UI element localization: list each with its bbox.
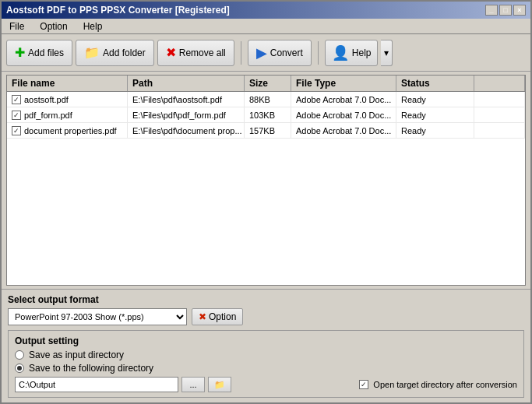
col-path: Path: [128, 76, 245, 91]
bottom-panel: Select output format PowerPoint 97-2003 …: [2, 289, 530, 402]
remove-all-label: Remove all: [179, 47, 226, 58]
title-bar-buttons: _ □ ×: [485, 5, 526, 16]
window-title: Aostsoft PDF to PPS PPSX Converter [Regi…: [6, 5, 230, 16]
folder-icon: 📁: [214, 380, 225, 390]
cell-filetype-2: Adobe Acrobat 7.0 Doc...: [291, 123, 396, 138]
output-setting-label: Output setting: [15, 335, 517, 346]
table-row[interactable]: document properties.pdf E:\Files\pdf\doc…: [7, 123, 525, 139]
title-bar: Aostsoft PDF to PPS PPSX Converter [Regi…: [2, 2, 530, 19]
col-filetype: File Type: [291, 76, 396, 91]
cell-extra-2: [474, 123, 525, 138]
main-window: Aostsoft PDF to PPS PPSX Converter [Regi…: [0, 0, 532, 404]
format-row: PowerPoint 97-2003 Show (*.pps) PowerPoi…: [8, 308, 524, 325]
menu-file[interactable]: File: [5, 19, 29, 33]
browse-btn-label: ...: [189, 380, 196, 389]
radio-save-input[interactable]: [15, 350, 24, 360]
output-format-label: Select output format: [8, 294, 524, 305]
close-button[interactable]: ×: [513, 5, 526, 16]
toolbar-separator-2: [318, 41, 319, 65]
add-folder-button[interactable]: 📁 Add folder: [76, 40, 154, 66]
format-select[interactable]: PowerPoint 97-2003 Show (*.pps) PowerPoi…: [8, 308, 187, 325]
radio-row-0: Save as input directory: [15, 350, 517, 360]
menu-bar: File Option Help: [2, 19, 530, 34]
file-table-header: File name Path Size File Type Status: [7, 76, 525, 92]
radio-save-following-label: Save to the following directory: [29, 363, 153, 374]
cell-status-2: Ready: [396, 123, 474, 138]
open-dir-label: Open target directory after conversion: [373, 380, 517, 389]
help-icon: 👤: [332, 44, 349, 61]
cell-filename-1: pdf_form.pdf: [7, 107, 128, 122]
cell-filetype-1: Adobe Acrobat 7.0 Doc...: [291, 107, 396, 122]
col-extra: [474, 76, 525, 91]
col-filename: File name: [7, 76, 128, 91]
cell-size-2: 157KB: [245, 123, 291, 138]
directory-input[interactable]: [15, 377, 178, 392]
option-icon: ✖: [199, 311, 206, 322]
file-table-body: aostsoft.pdf E:\Files\pdf\aostsoft.pdf 8…: [7, 92, 525, 285]
browse-button[interactable]: ...: [181, 377, 205, 392]
open-dir-checkbox-row: Open target directory after conversion: [359, 380, 517, 389]
cell-filename-0: aostsoft.pdf: [7, 92, 128, 107]
row-checkbox-0[interactable]: [12, 95, 21, 104]
add-folder-label: Add folder: [103, 47, 146, 58]
dir-row: ... 📁 Open target directory after conver…: [15, 377, 517, 392]
help-label: Help: [352, 47, 372, 58]
col-status: Status: [396, 76, 474, 91]
table-row[interactable]: pdf_form.pdf E:\Files\pdf\pdf_form.pdf 1…: [7, 107, 525, 123]
radio-save-input-dir-label: Save as input directory: [29, 350, 124, 360]
cell-path-0: E:\Files\pdf\aostsoft.pdf: [128, 92, 245, 107]
cell-status-1: Ready: [396, 107, 474, 122]
menu-option[interactable]: Option: [35, 19, 72, 33]
help-dropdown-button[interactable]: ▾: [381, 40, 393, 66]
open-dir-checkbox[interactable]: [359, 380, 368, 389]
add-files-icon: ✚: [15, 45, 25, 60]
radio-save-following-input[interactable]: [15, 364, 24, 373]
cell-path-2: E:\Files\pdf\document prop...: [128, 123, 245, 138]
table-row[interactable]: aostsoft.pdf E:\Files\pdf\aostsoft.pdf 8…: [7, 92, 525, 107]
cell-size-0: 88KB: [245, 92, 291, 107]
open-folder-button[interactable]: 📁: [208, 377, 231, 392]
cell-status-0: Ready: [396, 92, 474, 107]
add-files-button[interactable]: ✚ Add files: [6, 40, 72, 66]
cell-extra-1: [474, 107, 525, 122]
remove-all-button[interactable]: ✖ Remove all: [157, 40, 234, 66]
menu-help[interactable]: Help: [79, 19, 107, 33]
cell-size-1: 103KB: [245, 107, 291, 122]
col-size: Size: [245, 76, 291, 91]
minimize-button[interactable]: _: [485, 5, 498, 16]
row-checkbox-2[interactable]: [12, 126, 21, 135]
cell-extra-0: [474, 92, 525, 107]
maximize-button[interactable]: □: [499, 5, 512, 16]
output-section: Output setting Save as input directory S…: [8, 330, 524, 398]
row-checkbox-1[interactable]: [12, 111, 21, 120]
option-button[interactable]: ✖ Option: [192, 308, 243, 325]
convert-label: Convert: [270, 47, 303, 58]
convert-button[interactable]: ▶ Convert: [248, 40, 312, 66]
toolbar-separator-1: [241, 41, 241, 65]
add-files-label: Add files: [28, 47, 64, 58]
radio-row-1: Save to the following directory: [15, 363, 517, 374]
remove-all-icon: ✖: [166, 45, 176, 60]
add-folder-icon: 📁: [84, 45, 100, 60]
help-button[interactable]: 👤 Help: [325, 40, 379, 66]
cell-path-1: E:\Files\pdf\pdf_form.pdf: [128, 107, 245, 122]
convert-icon: ▶: [256, 44, 267, 61]
cell-filename-2: document properties.pdf: [7, 123, 128, 138]
file-table-container: File name Path Size File Type Status aos…: [6, 75, 526, 286]
option-btn-label: Option: [209, 311, 236, 322]
toolbar: ✚ Add files 📁 Add folder ✖ Remove all ▶ …: [2, 34, 530, 72]
cell-filetype-0: Adobe Acrobat 7.0 Doc...: [291, 92, 396, 107]
